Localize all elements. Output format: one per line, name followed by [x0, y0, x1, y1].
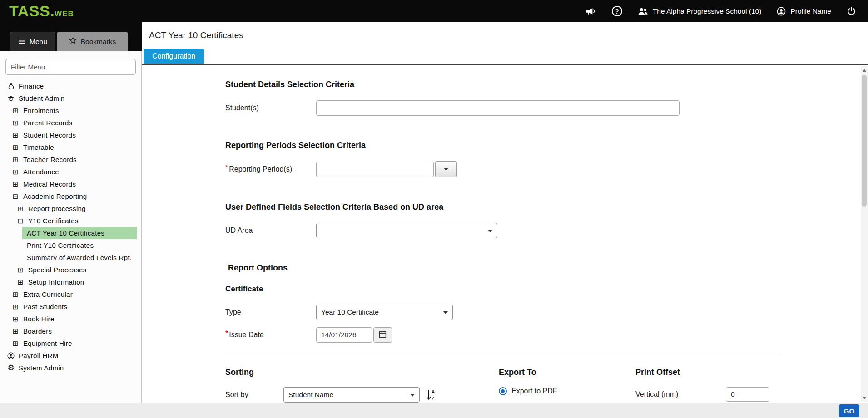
- sidebar-item-book-hire[interactable]: ⊞Book Hire: [0, 313, 141, 325]
- print-offset-heading: Print Offset: [635, 368, 859, 377]
- top-bar: TASS. WEB ? The Alpha Progressive School…: [0, 0, 868, 22]
- sidebar-item-label: Enrolments: [23, 107, 59, 114]
- sidebar-item-act-year-10-certificates[interactable]: ACT Year 10 Certificates: [22, 227, 137, 239]
- profile-person-icon: [777, 7, 786, 16]
- reporting-periods-dropdown-button[interactable]: [435, 161, 457, 177]
- sort-az-icon[interactable]: A Z: [425, 388, 437, 401]
- student-details-heading: Student Details Selection Criteria: [225, 80, 859, 89]
- sort-by-select[interactable]: Student Name: [283, 387, 420, 403]
- bookmarks-star-icon: [69, 37, 77, 46]
- certificate-type-select[interactable]: Year 10 Certificate: [316, 305, 453, 320]
- vertical-scrollbar[interactable]: [861, 66, 868, 402]
- logout-power-icon[interactable]: [847, 6, 856, 16]
- sidebar-item-label: Y10 Certificates: [28, 217, 79, 225]
- sidebar-item-setup-information[interactable]: ⊞Setup Information: [0, 276, 141, 288]
- export-pdf-label: Export to PDF: [511, 387, 557, 395]
- sidebar-item-student-records[interactable]: ⊞Student Records: [0, 129, 141, 141]
- tab-configuration[interactable]: Configuration: [144, 49, 204, 64]
- ud-area-label: UD Area: [225, 226, 316, 235]
- plus-box-icon[interactable]: ⊞: [11, 119, 20, 126]
- money-bag-icon: [7, 83, 15, 89]
- sidebar-item-label: Teacher Records: [23, 156, 77, 163]
- sort-by-label-text: Sort by: [225, 391, 248, 399]
- plus-box-icon[interactable]: ⊞: [11, 340, 20, 347]
- plus-box-icon[interactable]: ⊞: [11, 156, 20, 163]
- plus-box-icon[interactable]: ⊞: [16, 266, 25, 273]
- export-pdf-radio[interactable]: [499, 387, 507, 395]
- sidebar-item-label: Past Students: [23, 303, 67, 310]
- school-name: The Alpha Progressive School (10): [653, 7, 762, 15]
- minus-box-icon[interactable]: ⊟: [11, 193, 20, 200]
- sidebar-item-print-y10-certificates[interactable]: Print Y10 Certificates: [0, 239, 141, 251]
- tab-bookmarks[interactable]: Bookmarks: [57, 32, 129, 51]
- sort-by-select-value: Student Name: [288, 391, 333, 399]
- ud-area-select[interactable]: [316, 223, 497, 238]
- sidebar-item-past-students[interactable]: ⊞Past Students: [0, 300, 141, 313]
- scroll-up-arrow-icon[interactable]: [861, 67, 868, 74]
- sidebar-item-summary-of-awarded-levels-rpt[interactable]: Summary of Awarded Levels Rpt.: [0, 251, 141, 264]
- plus-box-icon[interactable]: ⊞: [16, 279, 25, 285]
- plus-box-icon[interactable]: ⊞: [11, 315, 20, 322]
- profile-menu[interactable]: Profile Name: [777, 7, 831, 16]
- section-user-defined-fields: User Defined Fields Selection Criteria B…: [225, 202, 859, 238]
- tass-web-logo[interactable]: TASS. WEB: [9, 2, 74, 20]
- scroll-down-arrow-icon[interactable]: [861, 394, 868, 402]
- sidebar-item-report-processing[interactable]: ⊞Report processing: [0, 202, 141, 215]
- sidebar-item-enrolments[interactable]: ⊞Enrolments: [0, 104, 141, 117]
- calendar-icon: [379, 330, 387, 340]
- content-area: Student Details Selection Criteria Stude…: [142, 66, 859, 403]
- plus-box-icon[interactable]: ⊞: [11, 107, 20, 114]
- plus-box-icon[interactable]: ⊞: [11, 144, 20, 151]
- sidebar-item-label: Print Y10 Certificates: [27, 241, 94, 249]
- minus-box-icon[interactable]: ⊟: [16, 217, 25, 224]
- sidebar-item-timetable[interactable]: ⊞Timetable: [0, 141, 141, 153]
- school-selector[interactable]: The Alpha Progressive School (10): [638, 7, 762, 15]
- profile-name: Profile Name: [790, 7, 831, 15]
- sidebar-item-label: Finance: [19, 82, 44, 90]
- calendar-picker-button[interactable]: [373, 327, 392, 343]
- sidebar-item-payroll-hrm[interactable]: Payroll HRM: [0, 349, 141, 362]
- issue-date-input[interactable]: [316, 327, 372, 343]
- sidebar-item-boarders[interactable]: ⊞Boarders: [0, 325, 141, 337]
- sidebar-item-equipment-hire[interactable]: ⊞Equipment Hire: [0, 337, 141, 349]
- sidebar-item-label: Timetable: [23, 143, 54, 151]
- go-button[interactable]: GO: [839, 404, 859, 417]
- tab-menu[interactable]: Menu: [10, 32, 55, 51]
- plus-box-icon[interactable]: ⊞: [16, 205, 25, 212]
- help-icon[interactable]: ?: [612, 6, 622, 16]
- announcements-megaphone-icon[interactable]: [585, 6, 596, 16]
- sidebar-item-label: Academic Reporting: [23, 192, 87, 200]
- section-divider: [222, 190, 781, 190]
- reporting-periods-input[interactable]: [316, 162, 434, 177]
- sidebar-item-system-admin[interactable]: ⚙System Admin: [0, 362, 141, 374]
- plus-box-icon[interactable]: ⊞: [11, 181, 20, 187]
- sidebar-item-label: Summary of Awarded Levels Rpt.: [27, 254, 132, 261]
- sidebar-item-finance[interactable]: Finance: [0, 80, 141, 92]
- type-label-text: Type: [225, 308, 241, 316]
- students-input[interactable]: [316, 100, 680, 116]
- scrollbar-thumb[interactable]: [862, 75, 867, 207]
- plus-box-icon[interactable]: ⊞: [11, 168, 20, 175]
- sidebar-item-label: Parent Records: [23, 119, 72, 127]
- plus-box-icon[interactable]: ⊞: [11, 303, 20, 310]
- plus-box-icon[interactable]: ⊞: [11, 328, 20, 334]
- main-content: ACT Year 10 Certificates Configuration S…: [142, 22, 868, 418]
- sidebar-item-medical-records[interactable]: ⊞Medical Records: [0, 178, 141, 190]
- sidebar-item-academic-reporting[interactable]: ⊟Academic Reporting: [0, 190, 141, 202]
- vertical-offset-input[interactable]: [726, 387, 769, 402]
- sidebar-item-label: Boarders: [23, 327, 52, 335]
- sidebar-item-y10-certificates[interactable]: ⊟Y10 Certificates: [0, 215, 141, 227]
- sidebar-item-label: ACT Year 10 Certificates: [27, 229, 104, 237]
- sidebar-item-extra-curricular[interactable]: ⊞Extra Curricular: [0, 288, 141, 300]
- filter-menu-input[interactable]: [5, 59, 136, 75]
- sidebar-item-parent-records[interactable]: ⊞Parent Records: [0, 117, 141, 129]
- sidebar-item-student-admin[interactable]: Student Admin: [0, 92, 141, 104]
- sidebar-item-special-processes[interactable]: ⊞Special Processes: [0, 264, 141, 276]
- plus-box-icon[interactable]: ⊞: [11, 132, 20, 138]
- sidebar-item-attendance[interactable]: ⊞Attendance: [0, 166, 141, 178]
- sidebar: FinanceStudent Admin⊞Enrolments⊞Parent R…: [0, 51, 142, 418]
- sidebar-item-teacher-records[interactable]: ⊞Teacher Records: [0, 153, 141, 166]
- page-title: ACT Year 10 Certificates: [149, 30, 243, 40]
- reporting-periods-row: * Reporting Period(s): [225, 161, 859, 177]
- plus-box-icon[interactable]: ⊞: [11, 291, 20, 298]
